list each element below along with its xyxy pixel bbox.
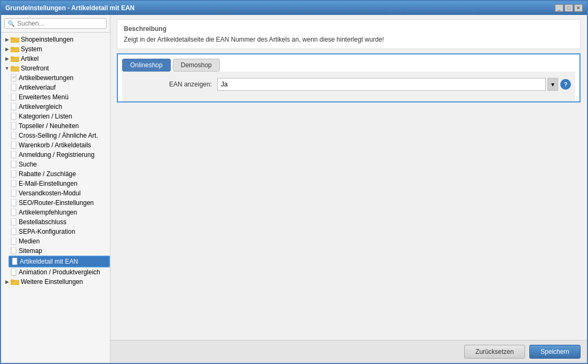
sidebar-item-label: Artikelverlauf	[19, 84, 55, 91]
storefront-children: Artikelbewertungen Artikelverlauf Erweit…	[1, 73, 110, 277]
content-spacer	[110, 102, 587, 340]
maximize-button[interactable]: □	[565, 4, 573, 12]
svg-rect-20	[11, 161, 16, 168]
svg-rect-28	[11, 238, 16, 244]
svg-rect-15	[11, 113, 16, 120]
ean-label: EAN anzeigen:	[126, 81, 212, 88]
sidebar-item-label: Topseller / Neuheiten	[19, 122, 79, 130]
sidebar-item-medien[interactable]: Medien	[9, 236, 110, 246]
sidebar-item-erweitertes-menu[interactable]: Erweitertes Menü	[9, 92, 110, 102]
title-bar: Grundeinstellungen - Artikeldetail mit E…	[1, 1, 587, 15]
sidebar-item-weitere[interactable]: ▶ Weitere Einstellungen	[1, 277, 110, 287]
sidebar: 🔍 ▶ Shopeinstellungen ▶ System	[1, 15, 110, 363]
file-icon	[11, 268, 17, 276]
sidebar-item-email[interactable]: E-Mail-Einstellungen	[9, 179, 110, 188]
sidebar-item-label: Artikelempfehlungen	[19, 209, 77, 216]
sidebar-item-artikel[interactable]: ▶ Artikel	[1, 54, 110, 64]
sidebar-item-artikeldetail-ean[interactable]: Artikeldetail mit EAN	[9, 256, 110, 267]
window-body: 🔍 ▶ Shopeinstellungen ▶ System	[1, 15, 587, 363]
folder-icon	[11, 46, 19, 52]
sidebar-item-warenkorb[interactable]: Warenkorb / Artikeldetails	[9, 140, 110, 150]
reset-button[interactable]: Zurücksetzen	[464, 345, 525, 359]
svg-rect-26	[11, 218, 16, 225]
sidebar-item-suche[interactable]: Suche	[9, 160, 110, 169]
file-icon	[11, 238, 17, 245]
expand-icon: ▶	[3, 278, 11, 286]
sidebar-item-label: Erweitertes Menü	[19, 93, 68, 101]
sidebar-item-seo[interactable]: SEO/Router-Einstellungen	[9, 198, 110, 208]
sidebar-item-label: Cross-Selling / Ähnliche Art.	[19, 132, 98, 139]
svg-rect-24	[11, 199, 16, 206]
svg-rect-27	[11, 228, 16, 235]
sidebar-item-label: Sitemap	[19, 247, 42, 255]
sidebar-item-label: Rabatte / Zuschläge	[19, 170, 76, 178]
window-controls: _ □ ✕	[555, 4, 583, 12]
help-button[interactable]: ?	[560, 79, 571, 90]
sidebar-item-label: Suche	[19, 161, 37, 168]
sidebar-item-label: Artikel	[21, 55, 38, 62]
close-button[interactable]: ✕	[574, 4, 583, 12]
svg-rect-25	[11, 209, 16, 216]
sidebar-item-label: Warenkorb / Artikeldetails	[19, 141, 91, 149]
sidebar-item-kategorien-listen[interactable]: Kategorien / Listen	[9, 112, 110, 121]
ean-select[interactable]: Ja Nein	[217, 78, 546, 91]
file-icon	[11, 74, 17, 82]
description-title: Beschreibung	[124, 25, 574, 33]
expand-icon: ▼	[3, 65, 11, 72]
file-icon	[11, 113, 17, 120]
sidebar-item-label: Shopeinstellungen	[21, 36, 74, 43]
svg-rect-13	[11, 93, 16, 100]
shop-tabs: Onlineshop Demoshop	[122, 59, 575, 72]
svg-rect-1	[11, 37, 14, 39]
expand-icon: ▶	[3, 45, 11, 53]
sidebar-item-anmeldung[interactable]: Anmeldung / Registrierung	[9, 150, 110, 160]
file-icon	[11, 209, 17, 216]
sidebar-item-label: Artikelvergleich	[19, 103, 62, 110]
expand-icon: ▶	[3, 55, 11, 62]
footer: Zurücksetzen Speichern	[110, 340, 587, 363]
sidebar-item-artikelbewertungen[interactable]: Artikelbewertungen	[9, 73, 110, 83]
search-icon: 🔍	[7, 20, 15, 27]
window-title: Grundeinstellungen - Artikeldetail mit E…	[5, 4, 134, 12]
sidebar-item-artikelempfehlungen[interactable]: Artikelempfehlungen	[9, 208, 110, 217]
sidebar-item-topseller[interactable]: Topseller / Neuheiten	[9, 121, 110, 131]
file-icon	[11, 132, 17, 139]
file-icon	[11, 199, 17, 207]
sidebar-item-artikelvergleich[interactable]: Artikelvergleich	[9, 102, 110, 112]
sidebar-item-storefront[interactable]: ▼ Storefront	[1, 64, 110, 73]
search-input-wrap[interactable]: 🔍	[4, 18, 107, 29]
svg-rect-17	[11, 132, 16, 139]
sidebar-item-system[interactable]: ▶ System	[1, 44, 110, 54]
file-icon	[11, 84, 17, 91]
file-icon	[11, 247, 17, 255]
sidebar-item-label: Kategorien / Listen	[19, 113, 72, 120]
sidebar-item-label: Anmeldung / Registrierung	[19, 151, 94, 159]
sidebar-item-artikelverlauf[interactable]: Artikelverlauf	[9, 83, 110, 92]
sidebar-item-rabatte[interactable]: Rabatte / Zuschläge	[9, 169, 110, 179]
search-input[interactable]	[17, 20, 104, 27]
select-arrow-icon[interactable]: ▼	[547, 78, 558, 91]
sidebar-item-cross-selling[interactable]: Cross-Selling / Ähnliche Art.	[9, 131, 110, 140]
tab-onlineshop[interactable]: Onlineshop	[122, 59, 171, 72]
sidebar-item-label: Storefront	[21, 65, 49, 72]
main-window: Grundeinstellungen - Artikeldetail mit E…	[0, 0, 588, 364]
minimize-button[interactable]: _	[555, 4, 563, 12]
sidebar-item-animation[interactable]: Animation / Produktvergleich	[9, 267, 110, 277]
folder-icon-open	[11, 65, 19, 72]
sidebar-item-sepa[interactable]: SEPA-Konfiguration	[9, 227, 110, 236]
svg-rect-3	[11, 47, 14, 49]
folder-icon	[11, 56, 19, 62]
sidebar-item-sitemap[interactable]: Sitemap	[9, 246, 110, 256]
svg-rect-22	[11, 180, 16, 187]
sidebar-item-bestellabschluss[interactable]: Bestellabschluss	[9, 217, 110, 227]
file-icon	[11, 189, 17, 197]
tab-demoshop[interactable]: Demoshop	[173, 59, 220, 72]
save-button[interactable]: Speichern	[529, 345, 581, 359]
expand-icon: ▶	[3, 36, 11, 43]
file-icon	[11, 170, 17, 178]
sidebar-item-versandkosten[interactable]: Versandkosten-Modul	[9, 188, 110, 198]
sidebar-item-label: Animation / Produktvergleich	[19, 268, 100, 276]
sidebar-item-label: E-Mail-Einstellungen	[19, 180, 77, 187]
file-icon	[11, 161, 17, 168]
sidebar-item-shopeinstellungen[interactable]: ▶ Shopeinstellungen	[1, 35, 110, 44]
